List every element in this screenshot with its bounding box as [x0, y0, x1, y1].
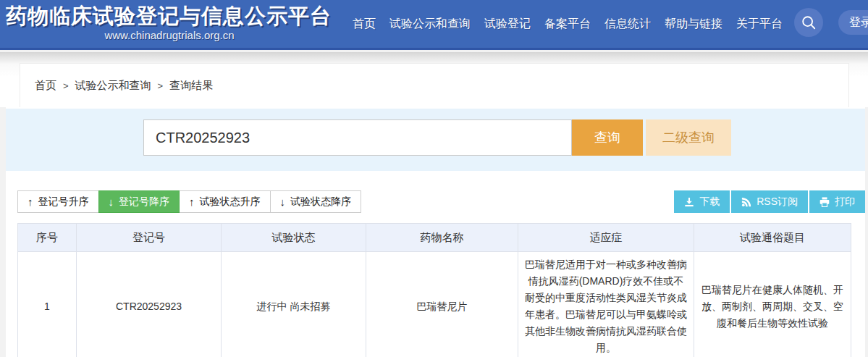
nav-item-trial-search[interactable]: 试验公示和查询	[389, 17, 471, 32]
sort-regno-desc-button[interactable]: ↓ 登记号降序	[98, 190, 180, 213]
breadcrumb-separator: >	[63, 80, 69, 91]
table-header-row: 序号 登记号 试验状态 药物名称 适应症 试验通俗题目	[18, 224, 851, 252]
breadcrumb-trial-search[interactable]: 试验公示和查询	[75, 79, 151, 93]
breadcrumb: 首页 > 试验公示和查询 > 查询结果	[35, 79, 213, 93]
sort-regno-asc-button[interactable]: ↑ 登记号升序	[17, 190, 99, 213]
sort-label: 登记号升序	[38, 196, 89, 209]
col-header-indication: 适应症	[518, 224, 694, 252]
col-header-status: 试验状态	[222, 224, 366, 252]
header-search-button[interactable]	[794, 8, 823, 37]
download-button[interactable]: 下载	[674, 190, 730, 213]
rss-icon	[741, 197, 751, 207]
cell-seq: 1	[18, 252, 77, 357]
download-icon	[684, 197, 694, 207]
nav-item-statistics[interactable]: 信息统计	[604, 17, 651, 32]
search-input[interactable]	[143, 119, 572, 156]
tool-label: RSS订阅	[757, 196, 798, 209]
col-header-regno: 登记号	[77, 224, 222, 252]
tools-button-group: 下载 RSS订阅 打印	[674, 190, 865, 213]
masthead: 药物临床试验登记与信息公示平台 www.chinadrugtrials.org.…	[6, 4, 333, 41]
arrow-up-icon: ↑	[189, 196, 195, 207]
sort-label: 试验状态升序	[200, 196, 261, 209]
breadcrumb-panel: 首页 > 试验公示和查询 > 查询结果	[20, 63, 849, 107]
sort-status-desc-button[interactable]: ↓ 试验状态降序	[270, 190, 362, 213]
cell-registration-no: CTR20252923	[77, 252, 222, 357]
cell-public-title: 巴瑞替尼片在健康人体随机、开放、两制剂、两周期、交叉、空腹和餐后生物等效性试验	[694, 252, 851, 357]
nav-item-home[interactable]: 首页	[353, 17, 376, 32]
login-button[interactable]: 登录	[838, 10, 868, 35]
site-header: 药物临床试验登记与信息公示平台 www.chinadrugtrials.org.…	[0, 0, 868, 50]
sort-button-group: ↑ 登记号升序 ↓ 登记号降序 ↑ 试验状态升序 ↓ 试验状态降序	[17, 190, 361, 213]
col-header-seq: 序号	[18, 224, 77, 252]
nav-item-help-links[interactable]: 帮助与链接	[665, 17, 722, 32]
arrow-down-icon: ↓	[109, 196, 114, 207]
col-header-drug-name: 药物名称	[366, 224, 518, 252]
col-header-public-title: 试验通俗题目	[694, 224, 851, 252]
main-nav: 首页 试验公示和查询 试验登记 备案平台 信息统计 帮助与链接 关于平台	[353, 0, 783, 48]
breadcrumb-home[interactable]: 首页	[35, 79, 56, 93]
arrow-up-icon: ↑	[28, 196, 33, 207]
table-row: 1 CTR20252923 进行中 尚未招募 巴瑞替尼片 巴瑞替尼适用于对一种或…	[18, 252, 851, 357]
tool-label: 打印	[835, 196, 855, 209]
nav-item-filing-platform[interactable]: 备案平台	[544, 17, 591, 32]
sort-label: 登记号降序	[119, 196, 169, 209]
cell-indication: 巴瑞替尼适用于对一种或多种改善病情抗风湿药(DMARD)疗效不佳或不耐受的中重度…	[518, 252, 694, 357]
nav-item-trial-registration[interactable]: 试验登记	[484, 17, 531, 32]
sort-status-asc-button[interactable]: ↑ 试验状态升序	[179, 190, 271, 213]
cell-drug-name: 巴瑞替尼片	[366, 252, 518, 357]
results-table: 序号 登记号 试验状态 药物名称 适应症 试验通俗题目 1 CTR2025292…	[17, 223, 851, 357]
breadcrumb-current: 查询结果	[169, 79, 213, 93]
search-icon	[801, 14, 817, 30]
printer-icon	[819, 197, 830, 207]
nav-item-about[interactable]: 关于平台	[736, 17, 783, 32]
breadcrumb-separator: >	[158, 80, 164, 91]
tool-label: 下载	[699, 196, 720, 209]
secondary-query-button[interactable]: 二级查询	[646, 119, 731, 156]
query-button[interactable]: 查询	[572, 119, 643, 156]
arrow-down-icon: ↓	[280, 196, 286, 207]
cell-status: 进行中 尚未招募	[222, 252, 366, 357]
site-title: 药物临床试验登记与信息公示平台	[6, 4, 333, 28]
site-url: www.chinadrugtrials.org.cn	[6, 29, 333, 41]
main-content: 查询 二级查询 ↑ 登记号升序 ↓ 登记号降序 ↑ 试验状态升序 ↓ 试验状态降…	[6, 107, 865, 357]
print-button[interactable]: 打印	[809, 190, 865, 213]
rss-button[interactable]: RSS订阅	[731, 190, 808, 213]
sort-label: 试验状态降序	[290, 196, 351, 209]
